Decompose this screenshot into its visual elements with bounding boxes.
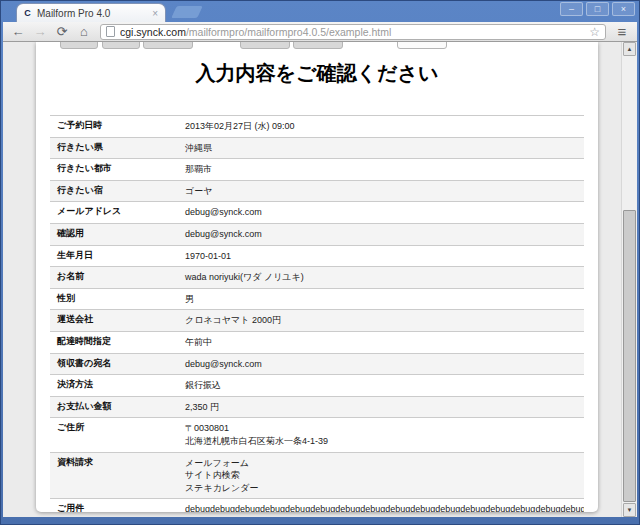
field-value: 午前中 [185,332,584,353]
new-tab-button[interactable] [171,6,203,18]
field-label: 生年月日 [50,246,185,267]
field-value: メールフォーム サイト内検索 ステキカレンダー [185,453,584,499]
field-label: 配達時間指定 [50,332,185,353]
field-label: ご用件 [50,499,185,512]
field-value: 沖縄県 [185,138,584,159]
minimize-button[interactable]: – [560,2,583,16]
field-value: 男 [185,289,584,310]
page-title: 入力内容をご確認ください [36,60,598,87]
page-step-tab[interactable] [397,42,447,49]
field-value: 那覇市 [185,159,584,180]
field-label: 行きたい宿 [50,181,185,202]
field-label: ご予約日時 [50,116,185,137]
table-row: 資料請求 メールフォーム サイト内検索 ステキカレンダー [50,453,584,500]
page-step-tab[interactable] [60,42,98,49]
field-label: 決済方法 [50,375,185,396]
field-value: debug@synck.com [185,354,584,375]
tab-close-icon[interactable]: × [150,8,160,19]
browser-tab[interactable]: C Mailform Pro 4.0 × [16,3,166,22]
table-row: 生年月日 1970-01-01 [50,246,584,268]
table-row: 運送会社 クロネコヤマト 2000円 [50,310,584,332]
table-row: 領収書の宛名 debug@synck.com [50,354,584,376]
browser-window: C Mailform Pro 4.0 × – □ × ← → ⟳ ⌂ cgi.s… [0,0,640,525]
field-label: 確認用 [50,224,185,245]
confirmation-table: ご予約日時 2013年02月27日 (水) 09:00 行きたい県 沖縄県 行き… [50,115,584,512]
field-value: debugdebugdebugdebugdebugdebugdebugdebug… [185,499,584,512]
table-row: 性別 男 [50,289,584,311]
field-label: お名前 [50,267,185,288]
bookmark-star-icon[interactable]: ☆ [589,25,600,39]
field-value: debug@synck.com [185,202,584,223]
field-value: wada noriyuki(ワダ ノリユキ) [185,267,584,288]
field-value: 2,350 円 [185,397,584,418]
table-row: ご住所 〒0030801 北海道札幌市白石区菊水一条4-1-39 [50,418,584,452]
address-bar[interactable]: cgi.synck.com/mailformpro/mailformpro4.0… [100,24,606,40]
field-label: 領収書の宛名 [50,354,185,375]
vertical-scrollbar[interactable]: ▲ ▼ [621,42,637,517]
field-label: 資料請求 [50,453,185,499]
field-label: お支払い金額 [50,397,185,418]
table-row: 行きたい県 沖縄県 [50,138,584,160]
reload-icon[interactable]: ⟳ [51,22,73,41]
page-panel: 入力内容をご確認ください ご予約日時 2013年02月27日 (水) 09:00… [36,42,598,512]
page-icon [106,26,115,37]
back-icon[interactable]: ← [7,22,29,41]
scroll-down-icon[interactable]: ▼ [623,503,636,517]
field-value: クロネコヤマト 2000円 [185,310,584,331]
field-label: ご住所 [50,418,185,451]
field-value: 1970-01-01 [185,246,584,267]
url-text[interactable]: cgi.synck.com/mailformpro/mailformpro4.0… [120,26,589,38]
table-row: 行きたい宿 ゴーヤ [50,181,584,203]
page-step-tab[interactable] [143,42,193,49]
table-row: メールアドレス debug@synck.com [50,202,584,224]
page-step-tab[interactable] [293,42,343,49]
table-row: 決済方法 銀行振込 [50,375,584,397]
scrollbar-thumb[interactable] [623,210,636,502]
field-label: 運送会社 [50,310,185,331]
field-label: 性別 [50,289,185,310]
window-close-button[interactable]: × [612,2,635,16]
browser-toolbar: ← → ⟳ ⌂ cgi.synck.com/mailformpro/mailfo… [3,22,637,42]
maximize-button[interactable]: □ [586,2,609,16]
field-value: debug@synck.com [185,224,584,245]
field-label: 行きたい県 [50,138,185,159]
table-row: ご用件 debugdebugdebugdebugdebugdebugdebugd… [50,499,584,512]
table-row: お支払い金額 2,350 円 [50,397,584,419]
favicon-icon: C [22,8,33,19]
chrome-menu-icon[interactable]: ≡ [611,23,633,41]
scroll-up-icon[interactable]: ▲ [623,42,636,56]
table-row: お名前 wada noriyuki(ワダ ノリユキ) [50,267,584,289]
url-host: cgi.synck.com [120,26,186,38]
page-step-tab[interactable] [102,42,140,49]
field-label: 行きたい都市 [50,159,185,180]
page-viewport: 入力内容をご確認ください ご予約日時 2013年02月27日 (水) 09:00… [3,42,637,517]
table-row: 行きたい都市 那覇市 [50,159,584,181]
home-icon[interactable]: ⌂ [73,22,95,41]
field-value: 銀行振込 [185,375,584,396]
table-row: ご予約日時 2013年02月27日 (水) 09:00 [50,116,584,138]
field-value: 〒0030801 北海道札幌市白石区菊水一条4-1-39 [185,418,584,451]
table-row: 配達時間指定 午前中 [50,332,584,354]
window-controls: – □ × [557,2,635,16]
field-value: 2013年02月27日 (水) 09:00 [185,116,584,137]
tab-title: Mailform Pro 4.0 [37,8,150,19]
page-step-tab[interactable] [240,42,290,49]
table-row: 確認用 debug@synck.com [50,224,584,246]
field-value: ゴーヤ [185,181,584,202]
field-label: メールアドレス [50,202,185,223]
title-bar: C Mailform Pro 4.0 × – □ × [0,0,640,22]
forward-icon[interactable]: → [29,22,51,41]
url-path: /mailformpro/mailformpro4.0.5/example.ht… [186,26,391,38]
